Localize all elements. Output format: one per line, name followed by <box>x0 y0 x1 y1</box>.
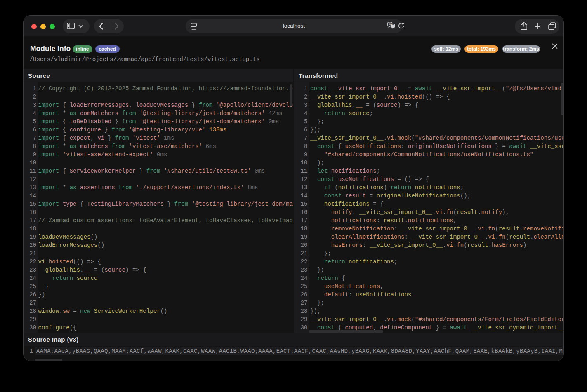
svg-text:A: A <box>389 22 391 26</box>
